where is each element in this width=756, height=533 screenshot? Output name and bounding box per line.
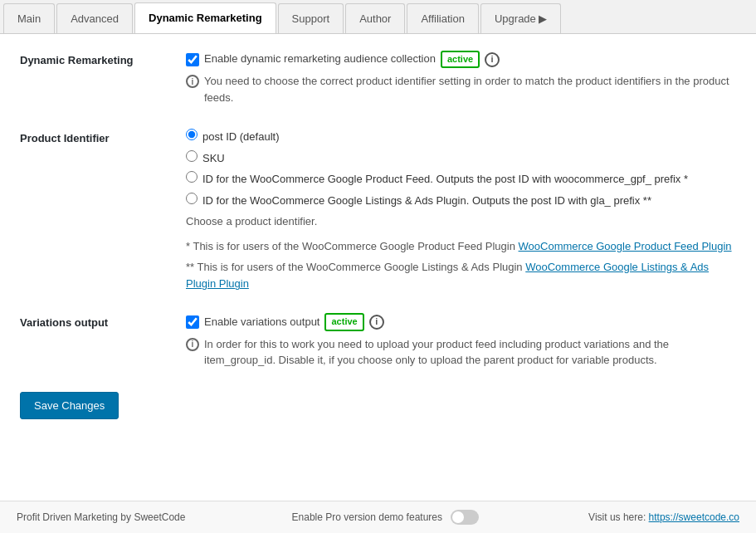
radio-sku-input[interactable]: [186, 150, 198, 162]
product-identifier-row: Product Identifier post ID (default) SKU…: [20, 129, 736, 293]
variations-label: Variations output: [20, 313, 186, 329]
active-badge-variations: active: [324, 313, 363, 330]
note1-link[interactable]: WooCommerce Google Product Feed Plugin: [519, 240, 732, 252]
variations-content: Enable variations output active i i In o…: [186, 313, 736, 371]
choose-identifier-text: Choose a product identifier.: [186, 213, 736, 230]
footer-right: Visit us here: https://sweetcode.co: [588, 511, 739, 523]
footer-right-text: Visit us here:: [588, 511, 648, 523]
tab-advanced[interactable]: Advanced: [56, 3, 133, 33]
remarketing-info-text: You need to choose the correct product i…: [204, 73, 736, 105]
footer-right-link[interactable]: https://sweetcode.co: [649, 511, 739, 523]
tabs-bar: Main Advanced Dynamic Remarketing Suppor…: [0, 0, 756, 34]
enable-remarketing-text: Enable dynamic remarketing audience coll…: [204, 51, 436, 68]
radio-gla: ID for the WooCommerce Google Listings &…: [186, 193, 736, 209]
footer-left: Profit Driven Marketing by SweetCode: [17, 511, 185, 523]
tab-author[interactable]: Author: [345, 3, 405, 33]
content-area: Dynamic Remarketing Enable dynamic remar…: [0, 34, 756, 501]
enable-variations-row: Enable variations output active i: [186, 313, 736, 330]
tab-affiliation[interactable]: Affiliation: [407, 3, 479, 33]
dynamic-remarketing-content: Enable dynamic remarketing audience coll…: [186, 51, 736, 109]
radio-sku: SKU: [186, 150, 736, 167]
note1-block: * This is for users of the WooCommerce G…: [186, 238, 736, 256]
info-icon-inline-remarketing: i: [186, 75, 199, 88]
tab-support[interactable]: Support: [278, 3, 344, 33]
radio-post-id-label: post ID (default): [202, 129, 280, 145]
radio-woo-gpf-label: ID for the WooCommerce Google Product Fe…: [202, 171, 688, 188]
active-badge-remarketing: active: [441, 51, 480, 68]
product-identifier-content: post ID (default) SKU ID for the WooComm…: [186, 129, 736, 293]
variations-output-row: Variations output Enable variations outp…: [20, 313, 736, 371]
footer-center-text: Enable Pro version demo features: [292, 511, 442, 523]
dynamic-remarketing-label: Dynamic Remarketing: [20, 51, 186, 66]
tab-dynamic-remarketing[interactable]: Dynamic Remarketing: [134, 2, 276, 33]
info-icon-remarketing[interactable]: i: [485, 52, 500, 67]
enable-variations-checkbox[interactable]: [186, 315, 199, 329]
radio-gla-label: ID for the WooCommerce Google Listings &…: [202, 193, 651, 209]
radio-post-id: post ID (default): [186, 129, 736, 145]
dynamic-remarketing-row: Dynamic Remarketing Enable dynamic remar…: [20, 51, 736, 109]
info-icon-inline-variations: i: [186, 338, 199, 351]
info-icon-variations[interactable]: i: [369, 315, 384, 330]
variations-info-block: i In order for this to work you need to …: [186, 336, 736, 369]
save-changes-button[interactable]: Save Changes: [20, 392, 119, 419]
radio-woo-gpf: ID for the WooCommerce Google Product Fe…: [186, 171, 736, 188]
enable-remarketing-checkbox[interactable]: [186, 53, 199, 66]
note2-prefix: ** This is for users of the WooCommerce …: [186, 261, 525, 273]
radio-gla-input[interactable]: [186, 193, 198, 204]
note1-prefix: * This is for users of the WooCommerce G…: [186, 240, 519, 252]
save-button-wrapper: Save Changes: [20, 392, 736, 419]
product-identifier-label: Product Identifier: [20, 129, 186, 144]
radio-post-id-input[interactable]: [186, 129, 198, 140]
remarketing-info-block: i You need to choose the correct product…: [186, 73, 736, 105]
footer-bar: Profit Driven Marketing by SweetCode Ena…: [0, 501, 756, 533]
enable-remarketing-row: Enable dynamic remarketing audience coll…: [186, 51, 736, 68]
pro-demo-toggle[interactable]: [451, 510, 479, 525]
tab-upgrade[interactable]: Upgrade ▶: [480, 3, 561, 33]
note2-block: ** This is for users of the WooCommerce …: [186, 259, 736, 294]
radio-woo-gpf-input[interactable]: [186, 171, 198, 183]
footer-center: Enable Pro version demo features: [292, 510, 482, 525]
radio-sku-label: SKU: [202, 150, 225, 167]
enable-variations-text: Enable variations output: [204, 314, 319, 331]
tab-main[interactable]: Main: [3, 3, 55, 33]
variations-info-text: In order for this to work you need to up…: [204, 336, 736, 369]
